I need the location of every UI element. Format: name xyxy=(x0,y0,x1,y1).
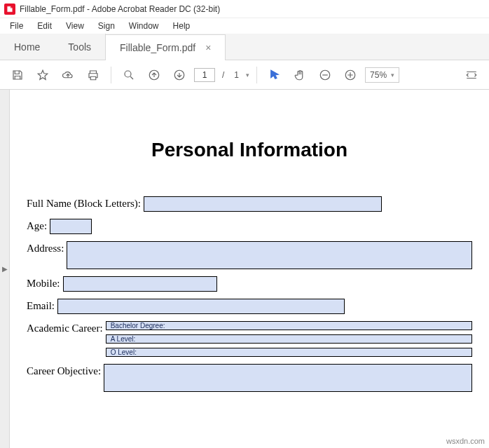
cloud-upload-icon[interactable] xyxy=(57,65,78,86)
tab-home-label: Home xyxy=(14,41,40,53)
menu-edit[interactable]: Edit xyxy=(30,20,59,32)
toolbar-divider xyxy=(111,67,111,83)
page-down-icon[interactable] xyxy=(169,65,190,86)
academic-label: Academic Career: xyxy=(27,321,103,334)
chevron-down-icon: ▾ xyxy=(391,72,394,79)
full-name-field[interactable] xyxy=(144,196,382,212)
objective-label: Career Objective: xyxy=(27,364,101,377)
zoom-out-icon[interactable] xyxy=(315,65,336,86)
academic-field-2[interactable]: A Level: xyxy=(106,334,472,344)
menu-view[interactable]: View xyxy=(59,20,91,32)
zoom-select[interactable]: 75% ▾ xyxy=(365,67,399,83)
form-heading: Personal Information xyxy=(27,139,472,161)
menu-window[interactable]: Window xyxy=(122,20,166,32)
save-icon[interactable] xyxy=(7,65,28,86)
address-field[interactable] xyxy=(67,241,472,269)
toolbar-divider xyxy=(256,67,257,83)
page-up-icon[interactable] xyxy=(144,65,165,86)
nav-pane-collapsed[interactable]: ▶ xyxy=(0,90,10,448)
find-icon[interactable] xyxy=(118,65,139,86)
academic-field-1-text: Bachelor Degree: xyxy=(111,322,165,330)
academic-field-3-text: O Level: xyxy=(111,348,137,356)
objective-field[interactable] xyxy=(104,364,472,392)
mobile-field[interactable] xyxy=(63,276,217,292)
page-number-input[interactable]: 1 xyxy=(194,68,215,82)
tab-tools[interactable]: Tools xyxy=(54,34,105,60)
expand-nav-icon[interactable]: ▶ xyxy=(2,265,8,273)
page-dropdown-icon[interactable]: ▾ xyxy=(246,72,249,79)
close-tab-icon[interactable]: × xyxy=(205,42,211,53)
document-viewport[interactable]: Personal Information Full Name (Block Le… xyxy=(10,90,489,448)
academic-field-2-text: A Level: xyxy=(111,335,136,343)
window-title: Fillable_Form.pdf - Adobe Acrobat Reader… xyxy=(20,4,220,14)
menu-file[interactable]: File xyxy=(3,20,30,32)
email-label: Email: xyxy=(27,299,55,312)
zoom-in-icon[interactable] xyxy=(340,65,361,86)
academic-field-1[interactable]: Bachelor Degree: xyxy=(106,321,472,330)
tab-home[interactable]: Home xyxy=(0,34,54,60)
page-separator: / xyxy=(219,70,227,80)
tab-tools-label: Tools xyxy=(68,41,91,53)
mobile-label: Mobile: xyxy=(27,276,60,290)
print-icon[interactable] xyxy=(83,65,104,86)
tabbar: Home Tools Fillable_Form.pdf × xyxy=(0,34,489,60)
menu-sign[interactable]: Sign xyxy=(91,20,122,32)
age-label: Age: xyxy=(27,219,47,232)
svg-point-0 xyxy=(125,71,131,77)
toolbar: 1 / 1 ▾ 75% ▾ xyxy=(0,60,489,90)
workarea: ▶ Personal Information Full Name (Block … xyxy=(0,90,489,448)
selection-tool-icon[interactable] xyxy=(264,65,285,86)
page-total: 1 xyxy=(231,70,242,80)
fit-width-icon[interactable] xyxy=(461,65,482,86)
academic-field-3[interactable]: O Level: xyxy=(106,348,472,357)
tab-document[interactable]: Fillable_Form.pdf × xyxy=(106,34,226,60)
app-logo-icon xyxy=(4,4,15,15)
full-name-label: Full Name (Block Letters): xyxy=(27,196,141,210)
titlebar: Fillable_Form.pdf - Adobe Acrobat Reader… xyxy=(0,0,489,18)
tab-document-label: Fillable_Form.pdf xyxy=(120,42,195,53)
address-label: Address: xyxy=(27,241,64,254)
pdf-page: Personal Information Full Name (Block Le… xyxy=(10,90,489,448)
watermark: wsxdn.com xyxy=(446,437,485,445)
hand-tool-icon[interactable] xyxy=(289,65,310,86)
age-field[interactable] xyxy=(50,219,92,234)
email-field[interactable] xyxy=(57,299,345,314)
menubar: File Edit View Sign Window Help xyxy=(0,18,489,34)
menu-help[interactable]: Help xyxy=(166,20,198,32)
star-icon[interactable] xyxy=(32,65,53,86)
zoom-value: 75% xyxy=(370,70,387,80)
